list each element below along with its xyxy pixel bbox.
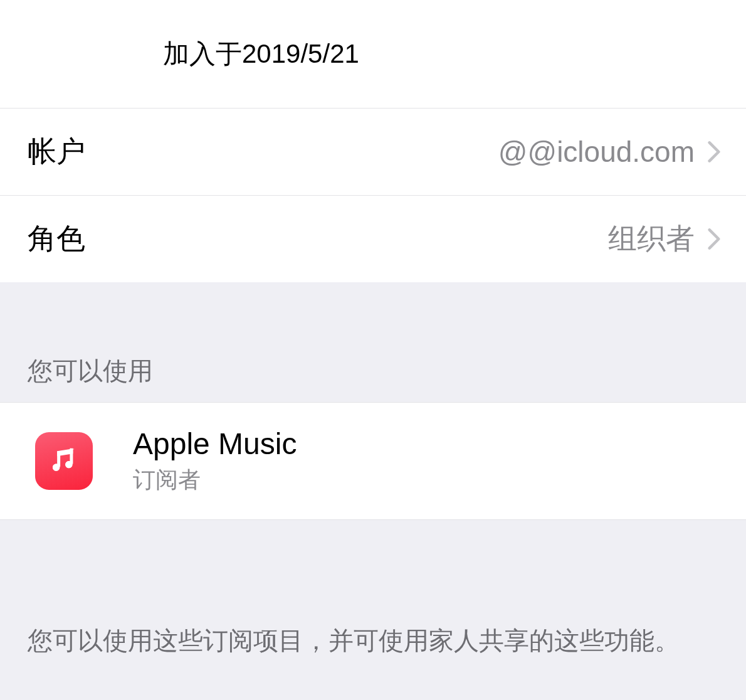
- account-value-wrap: @@icloud.com: [498, 135, 721, 169]
- role-value: 组织者: [608, 220, 695, 258]
- joined-date-label: 加入于2019/5/21: [163, 36, 746, 72]
- chevron-right-icon: [707, 227, 721, 251]
- role-row[interactable]: 角色 组织者: [0, 195, 746, 282]
- apple-music-subtitle: 订阅者: [133, 465, 297, 496]
- chevron-right-icon: [707, 140, 721, 164]
- footer-description: 您可以使用这些订阅项目，并可使用家人共享的这些功能。: [0, 520, 746, 658]
- account-value: @@icloud.com: [498, 135, 695, 169]
- apple-music-row[interactable]: Apple Music 订阅者: [0, 402, 746, 520]
- account-row[interactable]: 帐户 @@icloud.com: [0, 108, 746, 195]
- role-label: 角色: [28, 220, 85, 258]
- profile-header: 加入于2019/5/21: [0, 0, 746, 108]
- apple-music-title: Apple Music: [133, 427, 297, 461]
- account-info-section: 帐户 @@icloud.com 角色 组织者: [0, 108, 746, 282]
- account-label: 帐户: [28, 132, 85, 171]
- apple-music-icon: [35, 432, 93, 490]
- apple-music-text: Apple Music 订阅者: [133, 427, 297, 496]
- role-value-wrap: 组织者: [608, 220, 721, 258]
- available-section-header: 您可以使用: [0, 354, 746, 402]
- available-section-header-wrap: 您可以使用: [0, 282, 746, 402]
